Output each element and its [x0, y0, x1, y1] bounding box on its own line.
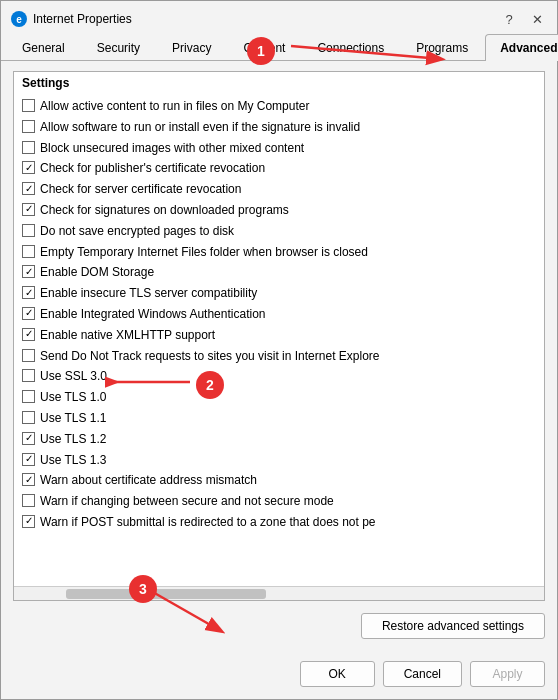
- setting-label-20: Warn if POST submittal is redirected to …: [40, 514, 376, 531]
- list-item[interactable]: Warn about certificate address mismatch: [14, 470, 544, 491]
- restore-advanced-settings-button[interactable]: Restore advanced settings: [361, 613, 545, 639]
- checkbox-11[interactable]: [22, 328, 35, 341]
- list-item[interactable]: Warn if changing between secure and not …: [14, 491, 544, 512]
- list-item[interactable]: Enable DOM Storage: [14, 262, 544, 283]
- setting-label-5: Check for signatures on downloaded progr…: [40, 202, 289, 219]
- ok-button[interactable]: OK: [300, 661, 375, 687]
- list-item[interactable]: Enable native XMLHTTP support: [14, 325, 544, 346]
- setting-label-14: Use TLS 1.0: [40, 389, 106, 406]
- list-item[interactable]: Block unsecured images with other mixed …: [14, 138, 544, 159]
- list-item[interactable]: Use TLS 1.3: [14, 450, 544, 471]
- tab-content[interactable]: Content: [228, 34, 300, 61]
- list-item[interactable]: Empty Temporary Internet Files folder wh…: [14, 242, 544, 263]
- checkbox-10[interactable]: [22, 307, 35, 320]
- checkbox-8[interactable]: [22, 265, 35, 278]
- restore-row: Restore advanced settings: [13, 609, 545, 643]
- internet-properties-window: e Internet Properties ? ✕ General Securi…: [0, 0, 558, 700]
- list-item[interactable]: Use SSL 3.0: [14, 366, 544, 387]
- tab-general[interactable]: General: [7, 34, 80, 61]
- setting-label-11: Enable native XMLHTTP support: [40, 327, 215, 344]
- checkbox-19[interactable]: [22, 494, 35, 507]
- tab-bar: General Security Privacy Content Connect…: [1, 33, 557, 61]
- help-button[interactable]: ?: [499, 9, 519, 29]
- tab-advanced[interactable]: Advanced: [485, 34, 558, 61]
- checkbox-14[interactable]: [22, 390, 35, 403]
- close-button[interactable]: ✕: [527, 9, 547, 29]
- setting-label-15: Use TLS 1.1: [40, 410, 106, 427]
- tab-connections[interactable]: Connections: [302, 34, 399, 61]
- settings-group: Settings Allow active content to run in …: [13, 71, 545, 601]
- setting-label-6: Do not save encrypted pages to disk: [40, 223, 234, 240]
- list-item[interactable]: Check for server certificate revocation: [14, 179, 544, 200]
- list-item[interactable]: Enable insecure TLS server compatibility: [14, 283, 544, 304]
- list-item[interactable]: Send Do Not Track requests to sites you …: [14, 346, 544, 367]
- setting-label-10: Enable Integrated Windows Authentication: [40, 306, 265, 323]
- checkbox-4[interactable]: [22, 182, 35, 195]
- setting-label-9: Enable insecure TLS server compatibility: [40, 285, 257, 302]
- list-item[interactable]: Check for publisher's certificate revoca…: [14, 158, 544, 179]
- footer: OK Cancel Apply: [1, 653, 557, 699]
- checkbox-3[interactable]: [22, 161, 35, 174]
- checkbox-9[interactable]: [22, 286, 35, 299]
- checkbox-12[interactable]: [22, 349, 35, 362]
- tab-security[interactable]: Security: [82, 34, 155, 61]
- list-item[interactable]: Check for signatures on downloaded progr…: [14, 200, 544, 221]
- horizontal-scrollbar[interactable]: [14, 586, 544, 600]
- setting-label-18: Warn about certificate address mismatch: [40, 472, 257, 489]
- checkbox-7[interactable]: [22, 245, 35, 258]
- checkbox-16[interactable]: [22, 432, 35, 445]
- title-bar-controls: ? ✕: [499, 9, 547, 29]
- settings-list[interactable]: Allow active content to run in files on …: [14, 92, 544, 586]
- checkbox-5[interactable]: [22, 203, 35, 216]
- tab-privacy[interactable]: Privacy: [157, 34, 226, 61]
- setting-label-19: Warn if changing between secure and not …: [40, 493, 334, 510]
- checkbox-15[interactable]: [22, 411, 35, 424]
- title-bar: e Internet Properties ? ✕: [1, 1, 557, 33]
- scrollbar-thumb[interactable]: [66, 589, 266, 599]
- checkbox-0[interactable]: [22, 99, 35, 112]
- list-item[interactable]: Use TLS 1.2: [14, 429, 544, 450]
- list-item[interactable]: Warn if POST submittal is redirected to …: [14, 512, 544, 533]
- ie-icon: e: [11, 11, 27, 27]
- setting-label-2: Block unsecured images with other mixed …: [40, 140, 304, 157]
- setting-label-4: Check for server certificate revocation: [40, 181, 241, 198]
- checkbox-6[interactable]: [22, 224, 35, 237]
- checkbox-1[interactable]: [22, 120, 35, 133]
- setting-label-3: Check for publisher's certificate revoca…: [40, 160, 265, 177]
- list-item[interactable]: Allow active content to run in files on …: [14, 96, 544, 117]
- setting-label-16: Use TLS 1.2: [40, 431, 106, 448]
- list-item[interactable]: Use TLS 1.1: [14, 408, 544, 429]
- main-content: Settings Allow active content to run in …: [1, 61, 557, 653]
- setting-label-8: Enable DOM Storage: [40, 264, 154, 281]
- setting-label-12: Send Do Not Track requests to sites you …: [40, 348, 380, 365]
- setting-label-0: Allow active content to run in files on …: [40, 98, 309, 115]
- setting-label-17: Use TLS 1.3: [40, 452, 106, 469]
- checkbox-17[interactable]: [22, 453, 35, 466]
- window-title: Internet Properties: [33, 12, 132, 26]
- list-item[interactable]: Do not save encrypted pages to disk: [14, 221, 544, 242]
- checkbox-13[interactable]: [22, 369, 35, 382]
- tab-programs[interactable]: Programs: [401, 34, 483, 61]
- list-item[interactable]: Enable Integrated Windows Authentication: [14, 304, 544, 325]
- list-item[interactable]: Use TLS 1.0: [14, 387, 544, 408]
- settings-group-label: Settings: [14, 72, 544, 92]
- checkbox-2[interactable]: [22, 141, 35, 154]
- setting-label-7: Empty Temporary Internet Files folder wh…: [40, 244, 368, 261]
- list-item[interactable]: Allow software to run or install even if…: [14, 117, 544, 138]
- setting-label-1: Allow software to run or install even if…: [40, 119, 360, 136]
- cancel-button[interactable]: Cancel: [383, 661, 462, 687]
- apply-button[interactable]: Apply: [470, 661, 545, 687]
- setting-label-13: Use SSL 3.0: [40, 368, 107, 385]
- checkbox-20[interactable]: [22, 515, 35, 528]
- title-bar-left: e Internet Properties: [11, 11, 132, 27]
- checkbox-18[interactable]: [22, 473, 35, 486]
